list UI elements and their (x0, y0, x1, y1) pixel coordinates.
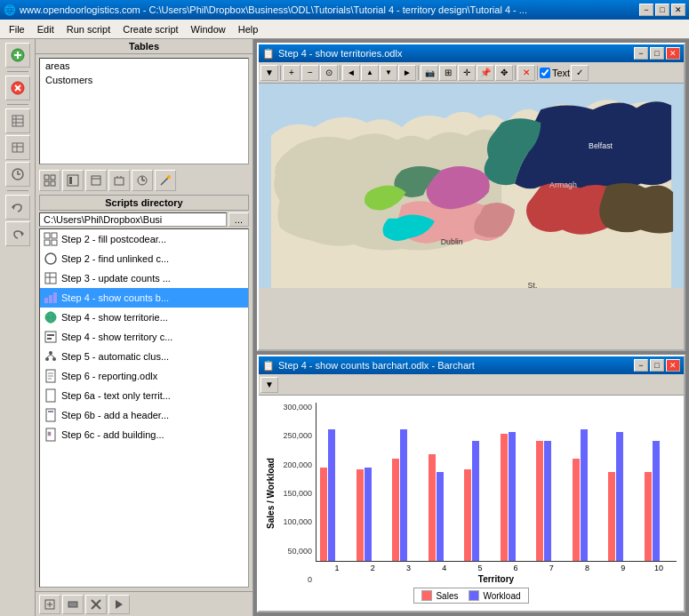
crosshair-btn[interactable]: ✛ (458, 65, 476, 81)
close-button[interactable]: ✕ (671, 4, 685, 16)
toolbar-divider-1 (7, 71, 28, 72)
svg-rect-34 (44, 240, 50, 245)
script-item-s8[interactable]: Step 6 - reporting.odlx (40, 366, 248, 386)
script-item-s10[interactable]: Step 6b - add a header... (40, 405, 248, 425)
x-label-7: 7 (533, 564, 569, 572)
script-label-s9: Step 6a - text only territ... (61, 390, 244, 401)
menu-run-script[interactable]: Run script (61, 22, 116, 36)
x-axis: 12345678910 (316, 562, 677, 572)
chart-maximize-btn[interactable]: □ (650, 359, 664, 372)
bottom-btn-4[interactable] (108, 595, 130, 614)
move-btn[interactable]: ✥ (495, 65, 513, 81)
map-tb-end[interactable]: ✓ (571, 65, 589, 81)
menu-file[interactable]: File (4, 22, 30, 36)
script-item-s11[interactable]: Step 6c - add building... (40, 425, 248, 444)
menu-edit[interactable]: Edit (32, 22, 60, 36)
script-list[interactable]: Step 2 - fill postcodear...Step 2 - find… (39, 228, 249, 588)
script-item-s9[interactable]: Step 6a - text only territ... (40, 386, 248, 405)
bar-sales-9 (608, 472, 615, 561)
zoom-in-btn[interactable]: + (283, 65, 300, 81)
menu-help[interactable]: Help (233, 22, 264, 36)
icon-btn-2[interactable] (62, 170, 84, 191)
bottom-btn-1[interactable] (39, 595, 60, 614)
bar-workload-4 (437, 472, 444, 561)
tb-sep-1 (280, 66, 281, 80)
nav-right-btn[interactable]: ► (398, 65, 416, 81)
map-window-title: Step 4 - show territories.odlx (278, 48, 632, 59)
script-item-s2[interactable]: Step 2 - find unlinked c... (40, 249, 248, 268)
toolbar-divider-3 (7, 190, 28, 191)
chart-close-btn[interactable]: ✕ (666, 359, 680, 372)
icon-btn-3[interactable] (85, 170, 107, 191)
delete-tool-button[interactable] (5, 76, 30, 100)
script-item-s7[interactable]: Step 5 - automatic clus... (40, 347, 248, 366)
map-maximize-btn[interactable]: □ (650, 47, 664, 60)
bar-group-3 (392, 429, 425, 561)
y-axis-label: 100,000 (283, 517, 312, 526)
browse-button[interactable]: ... (228, 212, 249, 227)
redo-button[interactable] (5, 221, 30, 246)
nav-up-btn[interactable]: ▲ (361, 65, 379, 81)
add-tool-button[interactable] (5, 43, 30, 68)
table-item-areas[interactable]: areas (40, 59, 248, 73)
stop-btn[interactable]: ✕ (517, 65, 535, 81)
script-item-s5[interactable]: Step 4 - show territorie... (40, 308, 248, 327)
scripts-path-display: C:\Users\Phil\Dropbox\Busi (39, 212, 227, 227)
script-item-s3[interactable]: Step 3 - update counts ... (40, 268, 248, 288)
x-label-4: 4 (427, 564, 462, 572)
bar-sales-3 (392, 459, 399, 561)
menu-create-script[interactable]: Create script (117, 22, 183, 36)
maximize-button[interactable]: □ (655, 4, 669, 16)
tool-btn-3[interactable] (5, 108, 30, 133)
svg-rect-35 (52, 240, 57, 245)
map-content[interactable]: Belfast Armagh Dublin Waterford St. (259, 84, 684, 288)
script-icon-s11 (44, 428, 58, 442)
pin-btn[interactable]: 📌 (477, 65, 494, 81)
zoom-fit-btn[interactable]: ⊙ (320, 65, 338, 81)
grid-btn[interactable]: ⊞ (439, 65, 457, 81)
map-minimize-btn[interactable]: − (634, 47, 648, 60)
undo-button[interactable] (5, 195, 30, 220)
script-label-s2: Step 2 - find unlinked c... (61, 253, 244, 264)
zoom-out-btn[interactable]: − (301, 65, 319, 81)
nav-left-btn[interactable]: ◄ (342, 65, 360, 81)
bottom-btn-3[interactable] (85, 595, 107, 614)
script-item-s4[interactable]: Step 4 - show counts b... (40, 288, 248, 308)
tool-btn-5[interactable] (5, 162, 30, 187)
icon-btn-4[interactable] (108, 170, 130, 191)
script-label-s10: Step 6b - add a header... (61, 410, 244, 420)
chart-main: Sales / Workload 300,000250,000200,00015… (266, 403, 677, 584)
script-item-s1[interactable]: Step 2 - fill postcodear... (40, 229, 248, 249)
svg-rect-66 (68, 602, 77, 607)
script-item-s6[interactable]: Step 4 - show territory c... (40, 327, 248, 347)
chart-minimize-btn[interactable]: − (634, 359, 648, 372)
tb-sep-2 (340, 66, 340, 80)
window-controls: − □ ✕ (639, 4, 685, 16)
svg-point-36 (45, 253, 56, 264)
camera-btn[interactable]: 📷 (421, 65, 438, 81)
bottom-btn-2[interactable] (62, 595, 84, 614)
minimize-button[interactable]: − (639, 4, 653, 16)
icon-btn-1[interactable] (39, 170, 60, 191)
text-checkbox[interactable] (540, 68, 550, 78)
chart-tb-dropdown[interactable]: ▼ (260, 377, 278, 393)
menu-window[interactable]: Window (186, 22, 231, 36)
title-bar-text: www.opendoorlogistics.com - C:\Users\Phi… (20, 4, 639, 15)
y-axis-title: Sales / Workload (266, 403, 276, 584)
script-label-s5: Step 4 - show territorie... (61, 312, 244, 323)
chart-bars-area: 12345678910 Territory (316, 403, 677, 584)
chart-content: Sales / Workload 300,000250,000200,00015… (259, 396, 684, 611)
svg-rect-6 (12, 116, 23, 126)
table-item-customers[interactable]: Customers (40, 73, 248, 87)
script-icon-s7 (44, 349, 58, 364)
nav-down-btn[interactable]: ▼ (380, 65, 397, 81)
bar-sales-8 (573, 459, 580, 561)
left-toolbar (0, 39, 36, 616)
icon-btn-wand[interactable] (155, 170, 176, 191)
map-close-btn[interactable]: ✕ (666, 47, 680, 60)
icon-btn-5[interactable] (132, 170, 153, 191)
script-icon-s3 (44, 271, 58, 285)
map-tb-dropdown[interactable]: ▼ (260, 65, 278, 81)
tool-btn-4[interactable] (5, 135, 30, 160)
tables-list[interactable]: areas Customers (39, 58, 249, 164)
